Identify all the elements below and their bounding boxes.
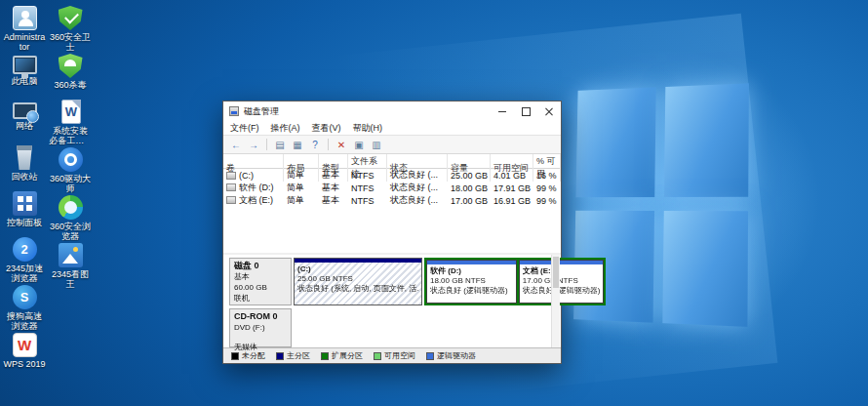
desktop-icon-label: 360杀毒	[49, 80, 92, 90]
desktop-icon-label: 回收站	[3, 172, 46, 182]
desktop-icon-label: 360驱动大师	[49, 174, 92, 193]
globe-browser-icon	[59, 195, 83, 220]
desktop-icon-label: 360安全卫士	[49, 32, 92, 52]
network-icon	[13, 102, 37, 119]
desktop-icon-label: 系统安装必备工具.docx	[49, 126, 92, 145]
desktop-icon-recycle-bin[interactable]: 回收站	[3, 145, 46, 189]
menu-view[interactable]: 查看(V)	[312, 122, 341, 135]
open-icon[interactable]: ▣	[351, 138, 367, 152]
windows-logo-pane	[664, 83, 749, 196]
legend-free-space: 可用空间	[374, 350, 415, 361]
primary-swatch-icon	[276, 352, 284, 360]
desktop-icon-360-driver[interactable]: 360驱动大师	[49, 147, 92, 193]
menu-action[interactable]: 操作(A)	[271, 122, 300, 135]
sogou-browser-icon: S	[13, 285, 37, 309]
menu-help[interactable]: 帮助(H)	[353, 122, 383, 135]
desktop-icon-wps[interactable]: W WPS 2019	[3, 333, 46, 377]
control-panel-icon	[13, 191, 37, 216]
desktop-icon-area: Administrator 此电脑 网络 回收站 控制面板 2 2345加速浏览…	[3, 6, 92, 379]
desktop-icon-360-browser[interactable]: 360安全浏览器	[49, 195, 92, 241]
desktop-icon-label: 2345看图王	[49, 269, 92, 289]
menu-file[interactable]: 文件(F)	[230, 122, 259, 135]
picture-viewer-icon	[59, 243, 83, 267]
desktop-icon-setup-doc[interactable]: W 系统安装必备工具.docx	[49, 100, 92, 145]
volume-list-header: 卷 布局 类型 文件系统 状态 容量 可用空间 % 可用	[223, 154, 561, 169]
desktop-icon-administrator[interactable]: Administrator	[3, 6, 46, 52]
menu-bar: 文件(F) 操作(A) 查看(V) 帮助(H)	[223, 121, 561, 136]
spacer	[234, 333, 287, 342]
partition-e[interactable]: 文档 (E:) 17.00 GB NTFS 状态良好 (逻辑驱动器)	[519, 260, 604, 304]
driver-master-icon	[59, 147, 83, 172]
desktop-icon-this-pc[interactable]: 此电脑	[3, 54, 46, 98]
scrollbar-thumb[interactable]	[553, 257, 559, 288]
doc-glyph: W	[62, 101, 80, 123]
desktop-icon-2345-browser[interactable]: 2 2345加速浏览器	[3, 237, 46, 283]
logical-drive-stripe	[427, 261, 516, 264]
desktop-icon-network[interactable]: 网络	[3, 100, 46, 143]
desktop-icon-label: 控制面板	[3, 218, 46, 227]
browser-glyph: S	[13, 285, 37, 309]
word-document-icon: W	[61, 100, 81, 124]
help-icon[interactable]: ?	[307, 138, 323, 152]
disk-management-icon	[229, 106, 239, 116]
forward-icon[interactable]: →	[246, 138, 261, 152]
desktop-icon-control-panel[interactable]: 控制面板	[3, 191, 46, 235]
explore-icon[interactable]: ▥	[369, 138, 384, 152]
toolbar-separator	[266, 139, 267, 150]
user-icon	[13, 6, 37, 30]
2345-browser-icon: 2	[13, 237, 37, 262]
extended-partition: 软件 (D:) 18.00 GB NTFS 状态良好 (逻辑驱动器) 文档 (E…	[424, 258, 606, 305]
extended-swatch-icon	[321, 352, 329, 360]
cdrom-row: CD-ROM 0 DVD (F:) 无媒体	[229, 308, 547, 347]
windows-logo-pane	[663, 211, 748, 327]
unallocated-swatch-icon	[231, 352, 239, 360]
delete-volume-icon[interactable]: ✕	[334, 138, 349, 152]
toolbar: ← → ▤ ▦ ? ✕ ▣ ▥	[223, 136, 561, 154]
shield-icon	[59, 6, 83, 30]
browser-glyph: 2	[13, 237, 37, 262]
volume-list: 卷 布局 类型 文件系统 状态 容量 可用空间 % 可用 (C:) 简单 基本 …	[223, 154, 561, 255]
properties-icon[interactable]: ▦	[290, 138, 305, 152]
desktop-icon-label: WPS 2019	[3, 359, 46, 369]
partition-d[interactable]: 软件 (D:) 18.00 GB NTFS 状态良好 (逻辑驱动器)	[426, 260, 517, 304]
legend-logical-drive: 逻辑驱动器	[426, 350, 476, 361]
window-title: 磁盘管理	[244, 105, 491, 118]
desktop-icon-label: 360安全浏览器	[49, 222, 92, 241]
cdrom-label[interactable]: CD-ROM 0 DVD (F:) 无媒体	[229, 308, 292, 347]
desktop-icon-label: 2345加速浏览器	[3, 264, 46, 283]
desktop-icon-label: 网络	[3, 121, 46, 131]
toolbar-separator	[328, 139, 329, 150]
minimize-button[interactable]	[491, 102, 514, 121]
volume-icon	[226, 183, 236, 191]
partition-c[interactable]: (C:) 25.00 GB NTFS 状态良好 (系统, 启动, 页面文件, 活…	[294, 258, 422, 305]
back-icon[interactable]: ←	[228, 138, 244, 152]
recycle-bin-icon	[15, 145, 35, 170]
desktop-icon-label: Administrator	[3, 32, 46, 52]
close-button[interactable]	[537, 102, 561, 121]
wps-icon: W	[13, 333, 37, 357]
volume-icon	[226, 172, 236, 180]
vertical-scrollbar[interactable]	[551, 255, 560, 347]
logical-drive-stripe	[520, 261, 603, 264]
desktop-icon-360-antivirus[interactable]: 360杀毒	[49, 54, 92, 98]
antivirus-shield-icon	[59, 54, 83, 78]
disk-0-label[interactable]: 磁盘 0 基本 60.00 GB 联机	[229, 258, 292, 305]
title-bar[interactable]: 磁盘管理	[223, 102, 561, 121]
windows-logo-pane	[576, 87, 656, 197]
primary-partition-stripe	[295, 259, 421, 263]
legend-extended: 扩展分区	[321, 350, 363, 361]
disk-0-row: 磁盘 0 基本 60.00 GB 联机 (C:) 25.00 GB NTFS 状…	[229, 258, 547, 305]
free-space-swatch-icon	[374, 352, 381, 360]
computer-icon	[13, 56, 37, 74]
console-tree-icon[interactable]: ▤	[272, 138, 288, 152]
volume-row-d[interactable]: 软件 (D:) 简单 基本 NTFS 状态良好 (... 18.00 GB 17…	[223, 182, 561, 194]
desktop-icon-2345-picviewer[interactable]: 2345看图王	[49, 243, 92, 289]
desktop-icon-sogou-browser[interactable]: S 搜狗高速浏览器	[3, 285, 46, 331]
desktop-icon-label: 搜狗高速浏览器	[3, 311, 46, 331]
disk-management-window: 磁盘管理 文件(F) 操作(A) 查看(V) 帮助(H) ← → ▤ ▦ ? ✕…	[222, 101, 562, 364]
maximize-button[interactable]	[514, 102, 537, 121]
desktop-icon-column-1: Administrator 此电脑 网络 回收站 控制面板 2 2345加速浏览…	[3, 6, 46, 379]
desktop-icon-360-safe[interactable]: 360安全卫士	[49, 6, 92, 52]
volume-row-e[interactable]: 文档 (E:) 简单 基本 NTFS 状态良好 (... 17.00 GB 16…	[223, 194, 561, 207]
volume-row-c[interactable]: (C:) 简单 基本 NTFS 状态良好 (... 25.00 GB 4.01 …	[223, 169, 561, 182]
